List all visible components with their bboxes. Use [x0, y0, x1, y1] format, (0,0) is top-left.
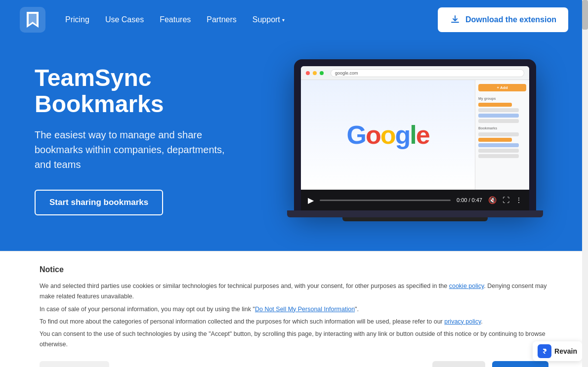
- do-not-sell-link[interactable]: Do Not Sell My Personal Information: [255, 306, 355, 313]
- play-button[interactable]: ▶: [308, 196, 314, 205]
- notice-paragraph-1: We and selected third parties use cookie…: [40, 281, 548, 302]
- accept-button[interactable]: Accept: [492, 361, 548, 367]
- notice-paragraph-4: You can consent to the use of such techn…: [40, 329, 548, 350]
- topbar-maximize-dot: [320, 71, 324, 75]
- reject-button[interactable]: Reject: [432, 361, 485, 367]
- nav-link-pricing[interactable]: Pricing: [65, 15, 89, 24]
- notice-paragraph-2: In case of sale of your personal informa…: [40, 304, 548, 315]
- sidebar-item-mock: [478, 132, 519, 136]
- sidebar-item-mock: [478, 103, 512, 107]
- video-time: 0:00 / 0:47: [457, 197, 482, 203]
- nav-link-support[interactable]: Support ▾: [252, 15, 285, 24]
- topbar-close-dot: [306, 71, 310, 75]
- google-logo: Google: [346, 120, 429, 150]
- hero-video-wrap: google.com Google + Add My groups: [262, 59, 568, 221]
- scrollbar[interactable]: [582, 0, 588, 367]
- topbar-minimize-dot: [313, 71, 317, 75]
- download-extension-button[interactable]: Download the extension: [438, 7, 568, 32]
- sidebar-section-label: My groups: [478, 97, 526, 100]
- download-icon: [450, 14, 461, 25]
- screen-mockup: google.com Google + Add My groups: [301, 66, 529, 190]
- nav-link-use-cases[interactable]: Use Cases: [105, 15, 144, 24]
- sidebar-item-mock: [478, 149, 519, 153]
- hero-subtitle: The easiest way to manage and share book…: [35, 127, 242, 172]
- laptop-screen: google.com Google + Add My groups: [301, 66, 529, 190]
- revain-icon: [538, 344, 551, 358]
- screen-topbar: google.com: [301, 66, 529, 80]
- volume-icon[interactable]: 🔇: [488, 196, 497, 204]
- hero-title: TeamSync Bookmarks: [35, 65, 242, 118]
- hero-section: TeamSync Bookmarks The easiest way to ma…: [0, 40, 588, 251]
- logo[interactable]: [20, 7, 45, 33]
- start-sharing-button[interactable]: Start sharing bookmarks: [35, 190, 163, 215]
- topbar-url-bar[interactable]: google.com: [331, 69, 524, 77]
- sidebar-item-mock: [478, 143, 519, 147]
- nav-links: Pricing Use Cases Features Partners Supp…: [65, 15, 438, 24]
- sidebar-section-label-2: Bookmarks: [478, 126, 526, 130]
- notice-right-buttons: Reject Accept: [432, 361, 548, 367]
- screen-sidebar: + Add My groups Bookmarks: [475, 80, 529, 190]
- sidebar-item-mock: [478, 119, 519, 123]
- chevron-down-icon: ▾: [282, 17, 285, 23]
- revain-label: Revain: [554, 347, 577, 355]
- sidebar-item-mock: [478, 114, 519, 118]
- screen-main: Google: [301, 80, 475, 190]
- notice-paragraph-3: To find out more about the categories of…: [40, 317, 548, 327]
- sidebar-item-mock: [478, 154, 519, 158]
- nav-link-partners[interactable]: Partners: [207, 15, 236, 24]
- cookie-policy-link[interactable]: cookie policy: [449, 283, 484, 289]
- notice-actions: Learn more Reject Accept: [40, 361, 548, 367]
- laptop-mockup: google.com Google + Add My groups: [294, 59, 536, 221]
- laptop-base: [287, 210, 543, 217]
- sidebar-item-mock: [478, 108, 519, 112]
- revain-badge[interactable]: Revain: [533, 341, 582, 361]
- nav-link-features[interactable]: Features: [160, 15, 191, 24]
- fullscreen-icon[interactable]: ⛶: [503, 196, 509, 204]
- scrollbar-thumb[interactable]: [582, 0, 588, 30]
- learn-more-button[interactable]: Learn more: [40, 361, 109, 367]
- more-options-icon[interactable]: ⋮: [515, 196, 522, 204]
- laptop-stand: [342, 217, 488, 221]
- video-progress[interactable]: [320, 200, 451, 201]
- screen-content: Google + Add My groups Bookmarks: [301, 80, 529, 190]
- laptop-outer: google.com Google + Add My groups: [294, 59, 536, 210]
- sidebar-item-mock: [478, 138, 512, 142]
- video-controls: ▶ 0:00 / 0:47 🔇 ⛶ ⋮: [301, 190, 529, 210]
- notice-banner: Notice We and selected third parties use…: [0, 251, 588, 367]
- hero-content: TeamSync Bookmarks The easiest way to ma…: [35, 65, 242, 215]
- privacy-policy-link[interactable]: privacy policy: [444, 318, 481, 325]
- sidebar-add-button[interactable]: + Add: [478, 84, 526, 91]
- navbar: Pricing Use Cases Features Partners Supp…: [0, 0, 588, 40]
- notice-title: Notice: [40, 265, 548, 274]
